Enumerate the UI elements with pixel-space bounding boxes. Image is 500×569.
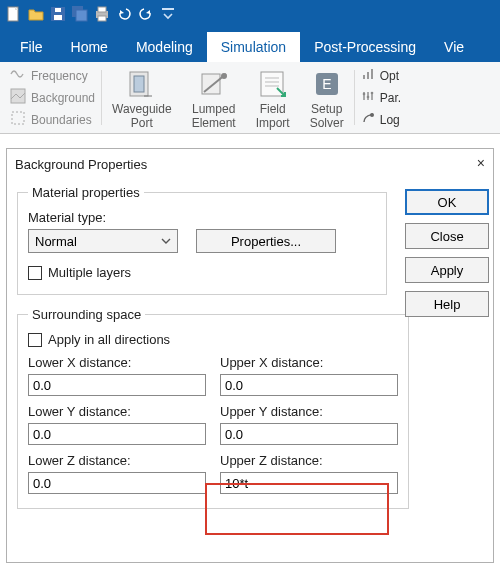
save-all-icon[interactable] — [70, 4, 90, 24]
close-button[interactable]: Close — [405, 223, 489, 249]
ribbon-item-boundaries[interactable]: Boundaries — [10, 110, 95, 129]
svg-rect-9 — [162, 8, 174, 10]
dialog-buttons: OK Close Apply Help — [405, 189, 489, 317]
upper-x-input[interactable] — [220, 374, 398, 396]
close-icon[interactable]: × — [477, 155, 485, 171]
svg-rect-3 — [55, 8, 61, 12]
ribbon-item-par[interactable]: Par. — [361, 88, 401, 107]
ribbon-item-field-import[interactable]: FieldImport — [246, 64, 300, 131]
ribbon-item-opt[interactable]: Opt — [361, 66, 401, 85]
ribbon-tabs: FileHomeModelingSimulationPost-Processin… — [0, 28, 500, 62]
ribbon-group-right: OptPar.Log — [355, 64, 407, 131]
dialog-title: Background Properties — [7, 149, 493, 179]
svg-rect-8 — [98, 16, 106, 21]
boundaries-icon — [10, 110, 26, 129]
ribbon-item-label: Opt — [380, 69, 399, 83]
apply-button[interactable]: Apply — [405, 257, 489, 283]
material-properties-group: Material properties Material type: Norma… — [17, 185, 387, 295]
material-properties-legend: Material properties — [28, 185, 144, 200]
apply-all-directions-checkbox[interactable]: Apply in all directions — [28, 332, 398, 347]
highlight-box — [205, 483, 389, 535]
ribbon-body: FrequencyBackgroundBoundaries WaveguideP… — [0, 62, 500, 134]
ribbon-item-lumped-element[interactable]: LumpedElement — [182, 64, 246, 131]
multiple-layers-label: Multiple layers — [48, 265, 131, 280]
tab-vie[interactable]: Vie — [430, 32, 478, 62]
quick-access-toolbar — [0, 0, 500, 28]
ribbon-item-label: Log — [380, 113, 400, 127]
waveguide-port-icon — [125, 68, 159, 100]
lower-x-label: Lower X distance: — [28, 355, 206, 370]
setup-solver-icon: E — [310, 68, 344, 100]
ribbon-item-label: Background — [31, 91, 95, 105]
ribbon-item-waveguide-port[interactable]: WaveguidePort — [102, 64, 182, 131]
tab-home[interactable]: Home — [57, 32, 122, 62]
chevron-down-icon — [161, 234, 171, 249]
lower-y-input[interactable] — [28, 423, 206, 445]
print-icon[interactable] — [92, 4, 112, 24]
svg-rect-16 — [261, 72, 283, 96]
lower-x-input[interactable] — [28, 374, 206, 396]
ribbon-item-setup-solver[interactable]: ESetupSolver — [300, 64, 354, 131]
lumped-element-icon — [197, 68, 231, 100]
multiple-layers-checkbox[interactable]: Multiple layers — [28, 265, 376, 280]
ribbon-item-label: Frequency — [31, 69, 88, 83]
svg-rect-13 — [134, 76, 144, 92]
svg-point-15 — [221, 73, 227, 79]
upper-y-input[interactable] — [220, 423, 398, 445]
lower-z-input[interactable] — [28, 472, 206, 494]
frequency-icon — [10, 66, 26, 85]
svg-point-23 — [366, 96, 369, 99]
svg-point-25 — [370, 113, 374, 117]
undo-icon[interactable] — [114, 4, 134, 24]
ok-button[interactable]: OK — [405, 189, 489, 215]
redo-icon[interactable] — [136, 4, 156, 24]
upper-z-label: Upper Z distance: — [220, 453, 398, 468]
material-type-label: Material type: — [28, 210, 376, 225]
opt-icon — [361, 67, 375, 84]
surrounding-space-group: Surrounding space Apply in all direction… — [17, 307, 409, 509]
svg-rect-2 — [54, 15, 62, 20]
ribbon-item-background[interactable]: Background — [10, 88, 95, 107]
upper-y-label: Upper Y distance: — [220, 404, 398, 419]
svg-rect-11 — [12, 112, 24, 124]
material-type-value: Normal — [35, 234, 77, 249]
save-icon[interactable] — [48, 4, 68, 24]
ribbon-item-label: FieldImport — [256, 103, 290, 131]
svg-rect-21 — [371, 69, 373, 79]
ribbon-item-log[interactable]: Log — [361, 110, 401, 129]
new-file-icon[interactable] — [4, 4, 24, 24]
apply-all-directions-label: Apply in all directions — [48, 332, 170, 347]
svg-rect-7 — [98, 7, 106, 12]
open-folder-icon[interactable] — [26, 4, 46, 24]
tab-post-processing[interactable]: Post-Processing — [300, 32, 430, 62]
svg-rect-19 — [363, 75, 365, 79]
svg-point-22 — [362, 93, 365, 96]
svg-rect-5 — [76, 10, 87, 21]
ribbon-item-label: Par. — [380, 91, 401, 105]
checkbox-box — [28, 333, 42, 347]
ribbon-item-label: SetupSolver — [310, 103, 344, 131]
ribbon-item-label: WaveguidePort — [112, 103, 172, 131]
tab-file[interactable]: File — [6, 32, 57, 62]
ribbon-item-label: Boundaries — [31, 113, 92, 127]
customize-qa-icon[interactable] — [158, 4, 178, 24]
material-type-select[interactable]: Normal — [28, 229, 178, 253]
properties-button[interactable]: Properties... — [196, 229, 336, 253]
background-icon — [10, 88, 26, 107]
field-import-icon — [256, 68, 290, 100]
ribbon-group-settings: FrequencyBackgroundBoundaries — [4, 64, 101, 131]
par-icon — [361, 89, 375, 106]
surrounding-space-legend: Surrounding space — [28, 307, 145, 322]
ribbon-item-label: LumpedElement — [192, 103, 236, 131]
lower-y-label: Lower Y distance: — [28, 404, 206, 419]
checkbox-box — [28, 266, 42, 280]
help-button[interactable]: Help — [405, 291, 489, 317]
svg-point-24 — [370, 92, 373, 95]
ribbon-item-frequency[interactable]: Frequency — [10, 66, 95, 85]
lower-z-label: Lower Z distance: — [28, 453, 206, 468]
tab-simulation[interactable]: Simulation — [207, 32, 300, 62]
upper-x-label: Upper X distance: — [220, 355, 398, 370]
tab-modeling[interactable]: Modeling — [122, 32, 207, 62]
svg-rect-20 — [367, 72, 369, 79]
log-icon — [361, 111, 375, 128]
